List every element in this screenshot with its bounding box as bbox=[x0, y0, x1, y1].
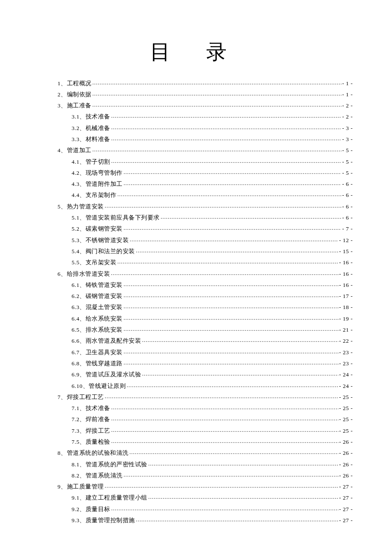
toc-entry: 7.2、焊前准备- 25 - bbox=[39, 416, 353, 422]
toc-label: 4.3、管道附件加工 bbox=[72, 181, 123, 187]
toc-page-number: - 26 - bbox=[339, 450, 353, 456]
toc-entry: 4、管道加工- 5 - bbox=[39, 147, 353, 153]
toc-entry: 6.3、混凝土管安装- 18 - bbox=[39, 304, 353, 310]
toc-entry: 8.2、管道系统清洗- 26 - bbox=[39, 471, 353, 478]
toc-leader-dots bbox=[111, 270, 338, 276]
toc-leader-dots bbox=[124, 225, 341, 231]
toc-entry: 1、工程概况- 1 - bbox=[39, 79, 353, 86]
toc-leader-dots bbox=[124, 304, 338, 309]
toc-label: 5.5、支吊架安装 bbox=[72, 260, 116, 266]
toc-label: 7、焊接工程工艺 bbox=[58, 394, 104, 400]
toc-leader-dots bbox=[142, 371, 338, 377]
toc-entry: 9.2、质量目标- 27 - bbox=[39, 505, 353, 512]
toc-leader-dots bbox=[127, 382, 338, 388]
toc-page-number: - 21 - bbox=[339, 327, 353, 333]
toc-page-number: - 5 - bbox=[342, 147, 353, 153]
toc-entry: 6.5、排水系统安装- 21 - bbox=[39, 326, 353, 333]
toc-page-number: - 24 - bbox=[339, 383, 353, 389]
toc-leader-dots bbox=[136, 517, 338, 523]
toc-page-number: - 1 - bbox=[342, 81, 353, 87]
toc-label: 8.1、管道系统的严密性试验 bbox=[72, 462, 147, 468]
toc-entry: 7、焊接工程工艺- 25 - bbox=[39, 393, 353, 400]
toc-page-number: - 27 - bbox=[339, 484, 353, 490]
toc-page-number: - 2 - bbox=[342, 114, 353, 120]
toc-page-number: - 24 - bbox=[339, 372, 353, 378]
toc-label: 4.4、支吊架制作 bbox=[72, 192, 116, 198]
toc-label: 5.4、阀门和法兰的安装 bbox=[72, 249, 135, 254]
toc-leader-dots bbox=[148, 460, 338, 466]
toc-page-number: - 27 - bbox=[339, 517, 353, 523]
toc-page-number: - 16 - bbox=[339, 260, 353, 266]
toc-label: 6.6、雨水管道及配件安装 bbox=[72, 338, 141, 344]
toc-entry: 6.6、雨水管道及配件安装- 22 - bbox=[39, 337, 353, 344]
toc-entry: 3.1、技术准备- 2 - bbox=[39, 113, 353, 120]
toc-page-number: - 25 - bbox=[339, 428, 353, 434]
toc-label: 5.3、不锈钢管道安装 bbox=[72, 237, 129, 243]
toc-label: 3.3、材料准备 bbox=[72, 136, 110, 142]
toc-entry: 5.4、阀门和法兰的安装- 15 - bbox=[39, 247, 353, 254]
toc-label: 4.2、现场弯管制作 bbox=[72, 170, 123, 176]
toc-leader-dots bbox=[111, 505, 338, 511]
toc-label: 1、工程概况 bbox=[58, 81, 92, 87]
toc-label: 9、施工质量管理 bbox=[58, 484, 104, 490]
toc-page-number: - 25 - bbox=[339, 416, 353, 422]
toc-leader-dots bbox=[124, 180, 341, 186]
toc-page-number: - 27 - bbox=[339, 495, 353, 501]
toc-label: 5、热力管道安装 bbox=[58, 204, 104, 210]
toc-entry: 6.8、管线穿越道路- 23 - bbox=[39, 359, 353, 366]
toc-entry: 9.1、建立工程质量管理小组- 27 - bbox=[39, 494, 353, 501]
toc-leader-dots bbox=[92, 90, 341, 96]
toc-page-number: - 6 - bbox=[342, 204, 353, 210]
toc-entry: 2、编制依据- 1 - bbox=[39, 90, 353, 97]
toc-leader-dots bbox=[117, 259, 338, 265]
toc-leader-dots bbox=[92, 102, 341, 108]
toc-leader-dots bbox=[105, 393, 338, 399]
toc-label: 5.2、碳素钢管安装 bbox=[72, 226, 123, 232]
toc-entry: 3、施工准备- 2 - bbox=[39, 102, 353, 109]
toc-page-number: - 2 - bbox=[342, 103, 353, 109]
toc-label: 6、给排水管道安装 bbox=[58, 271, 110, 277]
toc-leader-dots bbox=[105, 202, 341, 208]
toc-entry: 7.3、焊接工艺- 25 - bbox=[39, 427, 353, 434]
toc-page-number: - 12 - bbox=[339, 237, 353, 243]
toc-entry: 3.3、材料准备- 3 - bbox=[39, 135, 353, 142]
toc-leader-dots bbox=[124, 315, 338, 321]
toc-entry: 6.1、铸铁管道安装- 16 - bbox=[39, 281, 353, 288]
toc-page-number: - 16 - bbox=[339, 271, 353, 277]
toc-leader-dots bbox=[111, 427, 338, 433]
toc-page-number: - 17 - bbox=[339, 293, 353, 299]
toc-leader-dots bbox=[124, 471, 338, 477]
toc-leader-dots bbox=[111, 438, 338, 444]
toc-label: 8.2、管道系统清洗 bbox=[72, 473, 123, 479]
toc-entry: 5.3、不锈钢管道安装- 12 - bbox=[39, 236, 353, 243]
page-title: 目 录 bbox=[39, 38, 353, 66]
toc-label: 4.1、管子切割 bbox=[72, 159, 110, 165]
toc-entry: 7.5、质量检验- 26 - bbox=[39, 438, 353, 445]
toc-entry: 6、给排水管道安装- 16 - bbox=[39, 270, 353, 277]
toc-label: 9.2、质量目标 bbox=[72, 506, 110, 512]
toc-label: 7.3、焊接工艺 bbox=[72, 428, 110, 434]
toc-leader-dots bbox=[92, 147, 341, 153]
toc-page-number: - 25 - bbox=[339, 394, 353, 400]
toc-page-number: - 19 - bbox=[339, 316, 353, 322]
toc-page-number: - 23 - bbox=[339, 361, 353, 367]
toc-label: 9.3、质量管理控制措施 bbox=[72, 517, 135, 523]
toc-page-number: - 26 - bbox=[339, 473, 353, 479]
toc-page-number: - 1 - bbox=[342, 92, 353, 98]
toc-label: 6.1、铸铁管道安装 bbox=[72, 282, 123, 288]
toc-entry: 5.2、碳素钢管安装- 7 - bbox=[39, 225, 353, 232]
toc-page-number: - 26 - bbox=[339, 462, 353, 468]
toc-leader-dots bbox=[92, 79, 341, 85]
toc-leader-dots bbox=[124, 292, 338, 298]
toc-label: 6.4、给水系统安装 bbox=[72, 316, 123, 322]
toc-leader-dots bbox=[130, 236, 338, 242]
toc-entry: 5、热力管道安装- 6 - bbox=[39, 202, 353, 209]
toc-entry: 9、施工质量管理- 27 - bbox=[39, 483, 353, 490]
toc-entry: 3.2、机械准备- 3 - bbox=[39, 124, 353, 131]
toc-leader-dots bbox=[111, 158, 341, 164]
toc-leader-dots bbox=[161, 214, 341, 220]
toc-entry: 8.1、管道系统的严密性试验- 26 - bbox=[39, 460, 353, 467]
toc-entry: 5.5、支吊架安装- 16 - bbox=[39, 259, 353, 266]
toc-page-number: - 23 - bbox=[339, 350, 353, 356]
toc-page-number: - 18 - bbox=[339, 304, 353, 310]
